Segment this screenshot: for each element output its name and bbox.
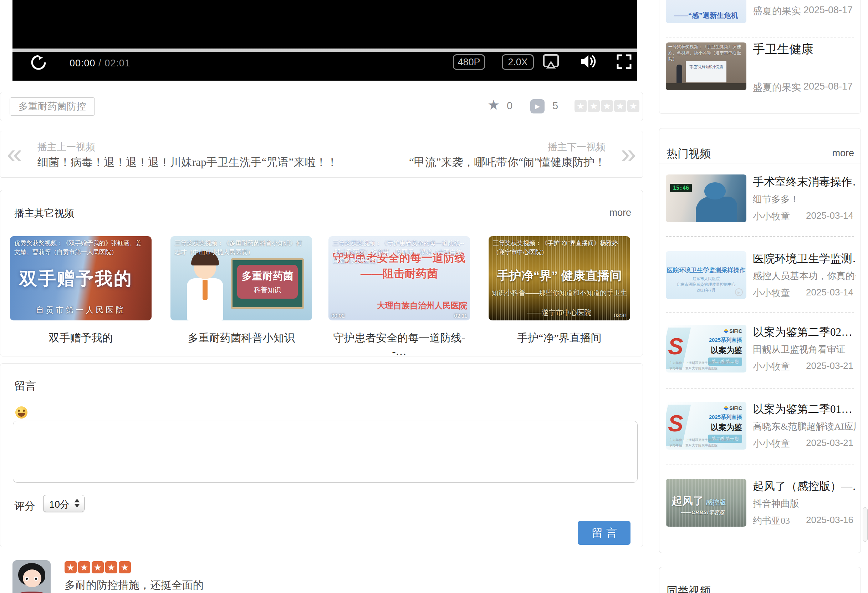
rating-select-value: 10分	[49, 498, 69, 511]
video-caption[interactable]: 手护“净”界直播间	[489, 331, 630, 345]
video-author: 小小牧童	[753, 360, 790, 373]
video-caption[interactable]: 多重耐药菌科普小知识	[170, 331, 312, 345]
video-thumbnail[interactable]: 三等奖获奖视频：《手护“净”界直播间》杨雅婷（遂宁市中心医院） 手护净“界” 健…	[489, 236, 630, 320]
video-date: 2025-03-14	[806, 287, 853, 298]
list-item[interactable]: S SIFIC 2025系列直播 以案为鉴 第二季 第二期 主办单位：上海斯菲克…	[659, 325, 861, 373]
divider	[659, 163, 861, 163]
rating-star-empty[interactable]	[614, 100, 626, 112]
list-item[interactable]: S SIFIC 2025系列直播 以案为鉴 第二季 第一期 主办单位：上海斯菲克…	[659, 402, 861, 450]
submit-comment-button[interactable]: 留言	[578, 521, 630, 545]
prev-chevron-icon[interactable]: «	[7, 136, 22, 171]
section-title: 热门视频	[667, 146, 711, 161]
replay-icon[interactable]	[30, 53, 47, 71]
video-tag[interactable]: 多重耐药菌防控	[10, 98, 95, 115]
favorite-star-icon[interactable]: ★	[487, 97, 500, 113]
player-nav: « 播主上一视频 细菌！病毒！退！退！退！川妹rap手卫生洗手“咒语”来啦！！ …	[0, 131, 643, 178]
video-desc: 抖音神曲版	[753, 497, 799, 510]
rating-star-empty[interactable]	[601, 100, 613, 112]
video-thumbnail[interactable]: 优秀奖获奖视频：《双手赠予我的》张钰涵、姜文婧、曹莉等（自贡市第一人民医院） 双…	[10, 236, 152, 320]
sific-logo: SIFIC	[724, 405, 742, 411]
comment-input[interactable]	[13, 421, 638, 483]
video-date: 2025-03-21	[806, 438, 853, 448]
next-video-title[interactable]: “甲流”来袭，哪吒带你“闹”懂健康防护！	[409, 155, 605, 170]
video-caption[interactable]: 守护患者安全的每一道防线--…	[328, 331, 470, 358]
video-desc: 田靓从卫监视角看审证	[753, 343, 846, 356]
thumbnail-title-text: 双手赠予我的	[19, 267, 133, 291]
rating-select[interactable]: 10分	[43, 495, 84, 512]
star-icon	[119, 561, 131, 573]
video-title[interactable]: 医院环境卫生学监测…	[753, 251, 856, 266]
rating-star-empty[interactable]	[627, 100, 639, 112]
star-icon	[92, 561, 104, 573]
thumbnail-title-text: ——阻击耐药菌	[328, 266, 470, 281]
video-author: 约书亚03	[753, 515, 790, 527]
seek-bar[interactable]	[12, 49, 637, 52]
thumbnail-time-current: 00:02	[331, 312, 345, 319]
video-title[interactable]: 起风了（感控版）—…	[753, 479, 856, 494]
divider	[666, 312, 854, 312]
current-time: 00:00	[69, 58, 96, 68]
video-rating-widget[interactable]	[574, 100, 639, 112]
video-thumbnail[interactable]: 多重耐药菌 科普知识 三等奖获奖视频：《多重耐药菌科普小知识》何志才（中山市小榄…	[170, 236, 312, 320]
video-thumbnail[interactable]: 起风了感控版 ——CRBSI零容忍	[666, 479, 746, 526]
cast-icon[interactable]	[542, 52, 560, 72]
volume-icon[interactable]	[579, 53, 597, 71]
video-title[interactable]: 手卫生健康	[753, 41, 813, 58]
quality-button[interactable]: 480P	[453, 54, 485, 70]
list-item[interactable]: 15:46 手术室终末消毒操作… 细节多多！ 小小牧童 2025-03-14	[659, 174, 861, 222]
time-separator: /	[99, 58, 105, 68]
video-thumbnail[interactable]: 三等奖获奖视频：《守护患者安全的每一道防线---阻击耐药菌》杨彦芬，段丽屏，梁婷…	[328, 236, 470, 320]
thumbnail-overlay-text: 优秀奖获奖视频：《双手赠予我的》张钰涵、姜文婧、曹莉等（自贡市第一人民医院）	[10, 236, 152, 259]
video-meta-bar: 多重耐药菌防控 ★ 0 5	[0, 92, 643, 121]
speed-button[interactable]: 2.0X	[502, 54, 534, 70]
more-link[interactable]: more	[832, 148, 854, 159]
divider	[666, 464, 854, 465]
prev-video-title[interactable]: 细菌！病毒！退！退！退！川妹rap手卫生洗手“咒语”来啦！！	[37, 155, 338, 170]
play-badge-icon	[735, 288, 743, 296]
video-date: 2025-03-21	[806, 360, 853, 371]
next-chevron-icon[interactable]: »	[621, 136, 636, 171]
video-title[interactable]: 以案为鉴第二季02…	[753, 325, 852, 340]
rating-star-empty[interactable]	[574, 100, 587, 112]
video-player[interactable]: 00:00 / 02:01 480P 2.0X	[12, 0, 637, 81]
star-icon	[65, 561, 77, 573]
thumbnail-title-text: 手护净“界” 健康直播间	[489, 268, 630, 284]
emoji-picker-button[interactable]	[15, 407, 28, 419]
video-author: 小小牧童	[753, 438, 790, 450]
video-date: 2025-03-14	[806, 210, 853, 221]
next-video-label: 播主下一视频	[548, 140, 605, 154]
video-thumbnail[interactable]: S SIFIC 2025系列直播 以案为鉴 第二季 第二期 主办单位：上海斯菲克…	[666, 325, 746, 373]
sidebar-hot-videos: 热门视频 more 15:46 手术室终末消毒操作… 细节多多！ 小小牧童 20…	[659, 128, 861, 553]
section-title: 同类视频	[667, 584, 711, 593]
rating-star-empty[interactable]	[588, 100, 600, 112]
prev-video-label: 播主上一视频	[37, 140, 95, 154]
thumbnail-overlay-text: 三等奖获奖视频：《手护“净”界直播间》杨雅婷（遂宁市中心医院）	[489, 236, 630, 259]
uploader-other-videos-section: 播主其它视频 more 优秀奖获奖视频：《双手赠予我的》张钰涵、姜文婧、曹莉等（…	[0, 190, 643, 356]
fullscreen-icon[interactable]	[617, 54, 632, 71]
video-thumbnail[interactable]: 15:46	[666, 174, 746, 222]
list-item[interactable]: 起风了感控版 ——CRBSI零容忍 起风了（感控版）—… 抖音神曲版 约书亚03…	[659, 479, 861, 526]
video-thumbnail[interactable]: 医院环境卫生学监测采样操作 启东市人民医院 启东市医院感染管理质量控制中心 20…	[666, 251, 746, 299]
thumbnail-time-total: 03:31	[614, 312, 627, 318]
video-date: 2025-08-17	[803, 81, 853, 92]
play-count: 5	[552, 100, 558, 112]
video-thumbnail[interactable]: “手卫”先锋知识小竞赛 一等奖获奖视频：《手卫生健康》罗佳欣、蒋羽婷、汤小萍等（…	[666, 43, 746, 90]
star-icon	[105, 561, 117, 573]
scrollbar-thumb[interactable]	[863, 507, 868, 541]
video-thumbnail[interactable]: ——“感”退新生危机	[666, 0, 746, 23]
sidebar-recent-videos: ——“感”退新生危机 盛夏的果实 2025-08-17 “手卫”先锋知识小竞赛 …	[659, 0, 861, 114]
divider	[666, 388, 854, 389]
divider	[666, 236, 854, 237]
video-title[interactable]: 以案为鉴第二季01…	[753, 402, 852, 417]
commenter-avatar	[12, 560, 51, 593]
video-desc: 细节多多！	[753, 193, 799, 206]
play-count-icon	[530, 99, 545, 114]
sific-logo: SIFIC	[724, 328, 742, 334]
list-item[interactable]: 医院环境卫生学监测采样操作 启东市人民医院 启东市医院感染管理质量控制中心 20…	[659, 251, 861, 299]
video-title[interactable]: 手术室终末消毒操作…	[753, 174, 856, 189]
star-icon	[78, 561, 90, 573]
video-desc: 感控人员基本功，你真的会采	[753, 270, 856, 282]
video-caption[interactable]: 双手赠予我的	[10, 331, 152, 345]
video-thumbnail[interactable]: S SIFIC 2025系列直播 以案为鉴 第二季 第一期 主办单位：上海斯菲克…	[666, 402, 746, 450]
more-link[interactable]: more	[609, 207, 631, 218]
